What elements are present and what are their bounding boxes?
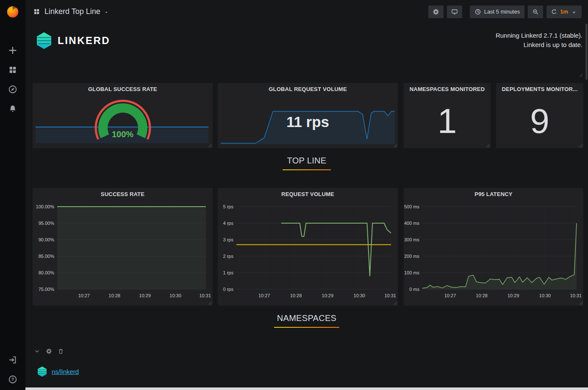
panel-resize-handle[interactable]: [579, 74, 582, 77]
plus-icon: [8, 46, 17, 55]
panel-p95-latency: P95 LATENCY 500 ms400 ms300 ms200 ms100 …: [404, 188, 583, 306]
linkerd-logo: [35, 31, 53, 50]
sidebar-dashboards-button[interactable]: [0, 60, 25, 80]
panel-success-rate: SUCCESS RATE 100.00%95.00%90.00%85.00%80…: [33, 188, 213, 306]
namespace-link[interactable]: ns/linkerd: [52, 368, 79, 375]
svg-text:5 rps: 5 rps: [223, 204, 234, 209]
section-header-namespaces: NAMESPACES: [25, 313, 588, 328]
refresh-button[interactable]: 1m: [546, 6, 582, 18]
sidebar-signin-button[interactable]: [0, 350, 25, 370]
svg-text:90.00%: 90.00%: [39, 237, 55, 242]
row-delete-trash-icon[interactable]: [58, 348, 64, 354]
time-range-button[interactable]: Last 5 minutes: [470, 6, 525, 18]
row-collapse-chevron-icon[interactable]: [34, 348, 40, 354]
svg-text:100 ms: 100 ms: [404, 270, 420, 275]
stat-value: 1: [404, 96, 491, 147]
refresh-caret-icon: [571, 9, 577, 16]
svg-text:10:28: 10:28: [290, 293, 302, 298]
monitor-icon: [451, 8, 458, 15]
scrollbar-thumb[interactable]: [585, 24, 588, 80]
section-underline: [274, 327, 339, 328]
section-header-top-line: TOP LINE: [25, 156, 588, 170]
svg-text:10:31: 10:31: [199, 293, 211, 298]
svg-text:4 rps: 4 rps: [223, 221, 234, 226]
svg-text:3 rps: 3 rps: [223, 237, 234, 242]
svg-text:75.00%: 75.00%: [39, 287, 55, 292]
partially-visible-panel-edge: [25, 387, 588, 390]
help-icon: [8, 375, 17, 384]
panel-request-volume: REQUEST VOLUME 5 rps4 rps3 rps2 rps1 rps…: [218, 188, 398, 306]
svg-text:95.00%: 95.00%: [39, 221, 55, 226]
dashboard-grid-icon: [33, 8, 40, 15]
p95-latency-chart[interactable]: 500 ms400 ms300 ms200 ms100 ms0 ms10:271…: [404, 202, 583, 305]
grafana-logo[interactable]: [0, 0, 25, 24]
panel-namespaces-monitored: NAMESPACES MONITORED 1: [404, 83, 491, 148]
gear-icon: [433, 8, 439, 15]
cycle-view-button[interactable]: [447, 6, 462, 18]
time-range-label: Last 5 minutes: [484, 8, 520, 15]
refresh-interval-label: 1m: [560, 8, 568, 15]
panel-deployments-monitored: DEPLOYMENTS MONITOR... 9: [496, 83, 583, 148]
svg-text:10:29: 10:29: [322, 293, 334, 298]
sidebar-top-group: [0, 41, 25, 119]
panel-title[interactable]: REQUEST VOLUME: [218, 191, 398, 197]
refresh-icon: [551, 8, 557, 15]
sidebar-alerting-button[interactable]: [0, 99, 25, 119]
section-underline: [283, 169, 331, 170]
linkerd-brand: LINKERD: [35, 31, 110, 50]
svg-text:10:29: 10:29: [139, 293, 151, 298]
row-settings-gear-icon[interactable]: [46, 348, 52, 354]
stat-value: 11 rps: [218, 113, 398, 130]
status-line-2: Linkerd is up to date.: [496, 40, 582, 50]
request-volume-chart[interactable]: 5 rps4 rps3 rps2 rps1 rps0 rps10:2710:28…: [218, 202, 398, 305]
svg-text:400 ms: 400 ms: [404, 221, 420, 226]
sidebar-add-button[interactable]: [0, 41, 25, 60]
zoom-out-button[interactable]: [528, 6, 543, 18]
svg-text:2 rps: 2 rps: [223, 254, 234, 259]
svg-text:300 ms: 300 ms: [404, 237, 420, 242]
sidebar-help-button[interactable]: [0, 370, 25, 389]
svg-text:10:27: 10:27: [78, 293, 90, 298]
svg-text:0 rps: 0 rps: [223, 287, 234, 292]
svg-text:0 ms: 0 ms: [409, 287, 419, 292]
panel-title[interactable]: P95 LATENCY: [404, 191, 583, 197]
svg-text:10:30: 10:30: [353, 293, 365, 298]
dashboard-settings-button[interactable]: [428, 6, 444, 18]
svg-text:10:30: 10:30: [539, 293, 551, 298]
grafana-logo-icon: [6, 5, 20, 19]
panel-title[interactable]: DEPLOYMENTS MONITOR...: [496, 86, 583, 92]
sign-in-icon: [8, 355, 17, 365]
sidebar: [0, 0, 25, 390]
svg-text:10:27: 10:27: [444, 293, 456, 298]
namespace-row: ns/linkerd: [36, 366, 79, 377]
panel-title[interactable]: GLOBAL REQUEST VOLUME: [218, 86, 398, 92]
svg-text:500 ms: 500 ms: [404, 204, 420, 209]
dashboard-title[interactable]: Linkerd Top Line: [44, 7, 100, 16]
version-status-text: Running Linkerd 2.7.1 (stable). Linkerd …: [496, 31, 582, 50]
svg-text:100.00%: 100.00%: [36, 204, 55, 209]
svg-text:10:31: 10:31: [384, 293, 396, 298]
sidebar-explore-button[interactable]: [0, 80, 25, 99]
svg-text:10:31: 10:31: [570, 293, 582, 298]
panel-title[interactable]: GLOBAL SUCCESS RATE: [33, 86, 213, 92]
title-caret-icon[interactable]: [104, 10, 109, 15]
svg-text:10:29: 10:29: [508, 293, 519, 298]
svg-text:80.00%: 80.00%: [39, 270, 55, 275]
svg-text:10:28: 10:28: [108, 293, 120, 298]
panel-title[interactable]: SUCCESS RATE: [33, 191, 213, 197]
stat-value: 9: [496, 96, 583, 147]
svg-text:10:28: 10:28: [476, 293, 488, 298]
linkerd-logo-small: [36, 366, 48, 377]
panel-title[interactable]: NAMESPACES MONITORED: [404, 86, 491, 92]
svg-text:200 ms: 200 ms: [404, 254, 420, 259]
svg-text:10:30: 10:30: [169, 293, 181, 298]
explore-compass-icon: [8, 85, 17, 94]
zoom-out-icon: [532, 8, 539, 15]
navbar: Linkerd Top Line Last 5 minutes 1m: [25, 0, 588, 23]
sidebar-bottom-group: [0, 350, 25, 389]
section-title: NAMESPACES: [277, 313, 336, 323]
bell-icon: [8, 104, 17, 113]
success-rate-chart[interactable]: 100.00%95.00%90.00%85.00%80.00%75.00%10:…: [33, 202, 213, 305]
svg-text:10:27: 10:27: [258, 293, 270, 298]
navbar-actions: Last 5 minutes 1m: [428, 6, 582, 18]
